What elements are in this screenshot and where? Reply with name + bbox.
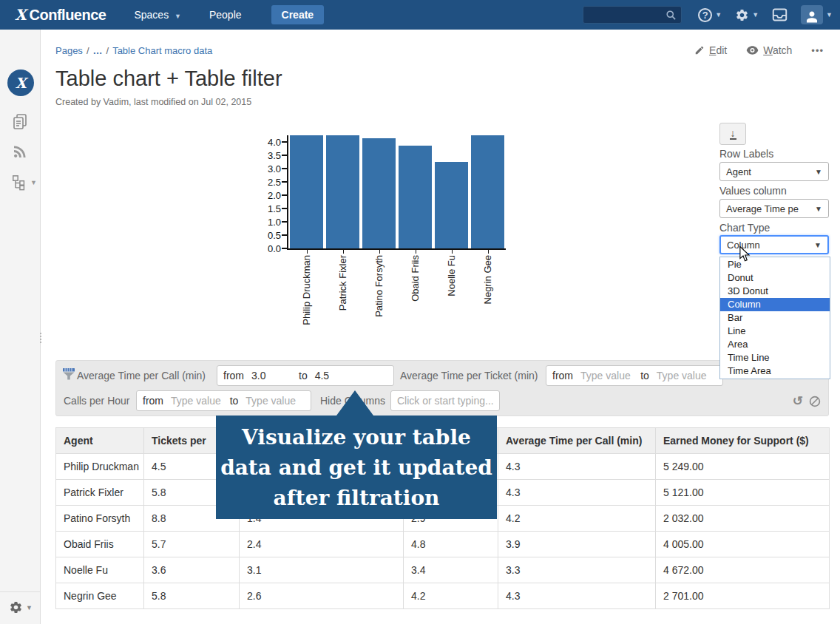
x-tick-mark	[452, 250, 453, 254]
edit-label: Edit	[709, 44, 727, 56]
chart-type-option[interactable]: Column	[720, 298, 830, 311]
from-label: from	[552, 370, 573, 381]
help-menu[interactable]: ? ▼	[698, 8, 722, 22]
table-cell: 3.4	[404, 557, 498, 583]
space-tools-menu[interactable]: ▼	[9, 600, 33, 614]
filter2-from-placeholder[interactable]: Type value	[580, 370, 640, 381]
nav-people[interactable]: People	[209, 9, 242, 21]
pages-icon[interactable]	[11, 112, 29, 130]
values-column-select[interactable]: Average Time pe ▼	[719, 199, 829, 218]
table-cell: Negrin Gee	[56, 583, 144, 609]
space-logo[interactable]: X	[7, 69, 34, 96]
filter1-range-input[interactable]: from 3.0 to 4.5	[217, 365, 394, 386]
chevron-down-icon: ▼	[814, 241, 822, 249]
table-cell: 5.8	[144, 583, 240, 609]
filter-actions: ↺	[793, 393, 821, 409]
y-tick-label: 4.0	[268, 137, 281, 148]
chart-type-option[interactable]: Area	[720, 338, 830, 351]
chart-type-option[interactable]: Pie	[720, 258, 830, 271]
nav-spaces[interactable]: Spaces ▼	[134, 9, 181, 21]
x-axis-label: Obaid Friis	[410, 255, 421, 302]
y-tick-mark	[282, 221, 287, 223]
clear-filters-icon[interactable]	[809, 396, 821, 407]
chart-type-option[interactable]: Line	[720, 325, 830, 338]
y-tick-mark	[282, 194, 287, 196]
filter1-to-value[interactable]: 4.5	[315, 370, 362, 381]
search-icon	[665, 10, 677, 21]
table-cell: 4.3	[498, 454, 656, 480]
chevron-down-icon: ▼	[815, 205, 822, 213]
chart-type-option[interactable]: Time Area	[720, 364, 830, 378]
callout-tooltip: Visualize your table data and get it upd…	[216, 416, 497, 519]
to-label: to	[299, 370, 308, 381]
y-tick-mark	[282, 234, 287, 236]
gear-icon	[735, 8, 749, 22]
edit-button[interactable]: Edit	[694, 44, 727, 56]
column-header: Agent	[56, 428, 144, 454]
user-menu[interactable]: ▼	[801, 5, 833, 24]
hide-columns-box[interactable]	[390, 390, 500, 411]
hide-columns-input[interactable]	[397, 395, 493, 407]
chart-type-option[interactable]: Donut	[720, 271, 830, 285]
y-tick-mark	[282, 141, 287, 143]
confluence-logo[interactable]: X Confluence	[15, 6, 106, 24]
notifications-tray[interactable]	[772, 8, 788, 21]
page-byline: Created by Vadim, last modified on Jul 0…	[55, 97, 251, 107]
breadcrumb-current[interactable]: Table Chart macro data	[112, 45, 212, 56]
chart-plot: 0.00.51.01.52.02.53.03.54.0Philip Druckm…	[287, 135, 506, 250]
table-cell: Patrick Fixler	[56, 480, 144, 506]
search-box[interactable]	[583, 6, 682, 24]
avatar	[801, 5, 823, 24]
filter3-range-input[interactable]: from Type value to Type value	[136, 390, 311, 411]
bar[interactable]	[362, 138, 396, 248]
filter2-to-placeholder[interactable]: Type value	[657, 370, 717, 381]
sidebar-resize-grip[interactable]	[40, 331, 42, 347]
table-cell: Philip Druckman	[56, 454, 144, 480]
breadcrumb-pages[interactable]: Pages	[55, 45, 83, 56]
bar[interactable]	[399, 146, 432, 248]
bar[interactable]	[435, 162, 468, 248]
user-icon	[804, 9, 820, 24]
breadcrumb-ellipsis[interactable]: …	[93, 45, 103, 56]
table-filter-panel: Average Time per Call (min) from 3.0 to …	[55, 360, 829, 416]
create-button[interactable]: Create	[271, 5, 325, 24]
page-actions: Edit Watch •••	[694, 44, 824, 56]
x-axis-label: Noelle Fu	[447, 255, 457, 296]
filter3-from-placeholder[interactable]: Type value	[171, 395, 230, 407]
row-labels-select[interactable]: Agent ▼	[719, 162, 829, 181]
bar-column: Philip Druckman	[288, 135, 325, 248]
watch-button[interactable]: Watch	[746, 44, 792, 56]
x-axis-label: Philip Druckman	[302, 255, 312, 325]
chart-type-option[interactable]: 3D Donut	[720, 285, 830, 298]
table-cell: Obaid Friis	[56, 532, 144, 557]
chart-type-select[interactable]: Column ▼	[719, 235, 829, 254]
table-cell: 2 032.00	[656, 506, 830, 532]
from-label: from	[223, 370, 244, 381]
callout-line: Visualize your table	[216, 422, 497, 452]
x-axis-label: Negrin Gee	[483, 255, 493, 304]
more-actions-button[interactable]: •••	[811, 45, 824, 56]
filter2-range-input[interactable]: from Type value to Type value	[546, 365, 723, 386]
search-input[interactable]	[588, 8, 662, 19]
y-tick-label: 3.0	[268, 163, 281, 174]
filter1-from-value[interactable]: 3.0	[251, 370, 299, 381]
bar[interactable]	[471, 135, 504, 248]
page-tree-menu[interactable]: ▼	[11, 174, 37, 191]
download-chart-button[interactable]: ↓	[719, 123, 746, 145]
undo-icon[interactable]: ↺	[793, 393, 803, 409]
filter3-to-placeholder[interactable]: Type value	[245, 395, 305, 407]
bar[interactable]	[326, 135, 359, 248]
bar[interactable]	[290, 135, 323, 248]
table-row: Negrin Gee5.82.64.24.32 701.00	[56, 583, 830, 609]
settings-menu[interactable]: ▼	[735, 8, 759, 22]
table-row: Noelle Fu3.63.13.43.34 672.00	[56, 557, 830, 583]
bar-column: Negrin Gee	[470, 135, 506, 248]
space-sidebar: X ▼ ▼	[0, 30, 41, 624]
callout-line: after filtration	[216, 483, 497, 513]
breadcrumb-separator: /	[106, 45, 109, 56]
x-axis-label: Patino Forsyth	[374, 255, 385, 317]
rss-icon[interactable]	[11, 143, 29, 160]
chart-type-option[interactable]: Bar	[720, 311, 830, 325]
x-tick-mark	[343, 250, 344, 254]
chart-type-option[interactable]: Time Line	[720, 351, 830, 364]
